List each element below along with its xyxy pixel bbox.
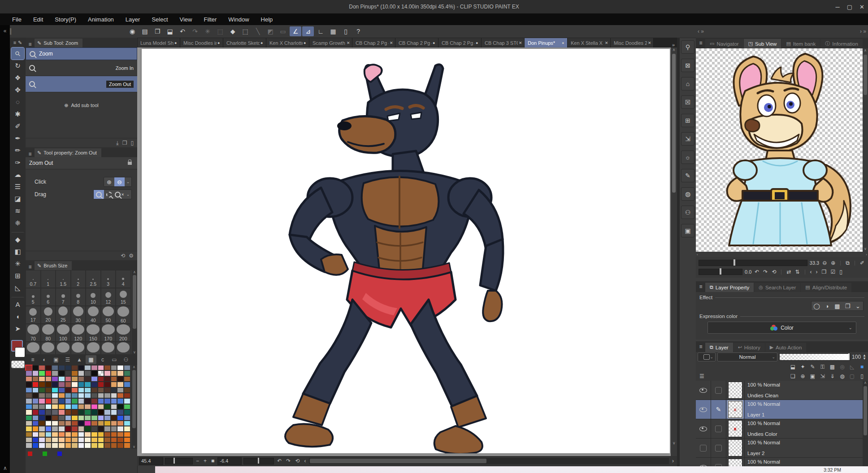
- color-swatch[interactable]: [117, 382, 124, 387]
- color-swatch[interactable]: [52, 376, 58, 382]
- color-swatch[interactable]: [65, 370, 72, 376]
- brush-size-cell[interactable]: 4: [116, 270, 131, 288]
- color-swatch[interactable]: [26, 415, 32, 421]
- color-swatch[interactable]: [104, 421, 111, 426]
- color-swatch[interactable]: [45, 426, 52, 431]
- brush-size-cell[interactable]: [26, 342, 41, 354]
- color-swatch[interactable]: [39, 404, 45, 409]
- right-panel-tab[interactable]: ▭Navigator: [705, 39, 743, 48]
- color-swatch[interactable]: [104, 443, 111, 448]
- color-swatch[interactable]: [111, 387, 117, 393]
- quick-search-icon[interactable]: ⚲: [681, 40, 694, 54]
- snap-to-grid-icon[interactable]: ∟: [315, 26, 326, 36]
- color-swatch[interactable]: [91, 393, 98, 398]
- brush-size-cell[interactable]: 70: [26, 324, 41, 342]
- layer-checkbox[interactable]: [715, 426, 722, 432]
- color-swatch[interactable]: [32, 437, 39, 443]
- reset-tool-icon[interactable]: ⟲: [121, 253, 125, 259]
- brush-size-cell[interactable]: [41, 342, 56, 354]
- layer-name[interactable]: Undies Color: [747, 431, 865, 437]
- color-swatch[interactable]: [45, 421, 52, 426]
- delete-sub-tool-icon[interactable]: ▯: [130, 140, 134, 146]
- color-swatch[interactable]: [58, 437, 65, 443]
- color-swatch[interactable]: [58, 404, 65, 409]
- sub-view-rotate-left-icon[interactable]: ↶: [754, 269, 760, 275]
- sub-view-open-icon[interactable]: ❐: [821, 269, 828, 275]
- color-swatch[interactable]: [26, 421, 32, 426]
- document-tab[interactable]: CB Chap 3 STOR✕: [482, 38, 525, 47]
- color-swatch[interactable]: [58, 370, 65, 376]
- reference-layer-icon[interactable]: ✦: [799, 364, 807, 370]
- tab-marker-icon[interactable]: ✕: [389, 41, 393, 45]
- tab-marker-icon[interactable]: ●: [475, 41, 478, 45]
- visibility-eye-icon[interactable]: [699, 426, 707, 431]
- snap-to-special-ruler-icon[interactable]: ⊿: [302, 26, 314, 36]
- color-swatch[interactable]: [91, 365, 98, 370]
- color-swatch[interactable]: [98, 398, 104, 404]
- document-tab[interactable]: Ken X Stella X D✕: [568, 38, 611, 47]
- new-layer-settings-icon[interactable]: ⊕: [799, 373, 807, 379]
- color-swatch[interactable]: [39, 398, 45, 404]
- sub-view-edit-icon[interactable]: ☑: [829, 269, 836, 275]
- brush-tool-icon[interactable]: ✑: [11, 156, 24, 168]
- color-swatch[interactable]: [104, 409, 111, 415]
- color-swatch[interactable]: [124, 415, 130, 421]
- collapse-tools-icon[interactable]: «: [0, 25, 10, 34]
- lasso-tool-icon[interactable]: ◌: [11, 96, 24, 108]
- color-swatch[interactable]: [26, 409, 32, 415]
- color-swatch[interactable]: [32, 409, 39, 415]
- brush-size-cell[interactable]: 17: [26, 306, 41, 324]
- color-swatch[interactable]: [58, 393, 65, 398]
- color-swatch[interactable]: [124, 365, 130, 370]
- processing-icon[interactable]: ✳: [202, 26, 213, 36]
- color-swatch[interactable]: [117, 415, 124, 421]
- menu-item[interactable]: Story(P): [49, 16, 82, 23]
- color-swatch[interactable]: [84, 432, 91, 437]
- color-swatch[interactable]: [84, 437, 91, 443]
- color-swatch[interactable]: [65, 421, 72, 426]
- sub-view-eyedropper-icon[interactable]: ✐: [859, 260, 865, 266]
- document-tab[interactable]: CB Chap 2 Pg 49●: [438, 38, 482, 47]
- color-swatch[interactable]: [78, 426, 85, 431]
- color-swatch[interactable]: [124, 404, 130, 409]
- menu-item[interactable]: Filter: [198, 16, 222, 23]
- pen-tool-icon[interactable]: ✒: [11, 132, 24, 144]
- new-raster-layer-icon[interactable]: ❏: [789, 373, 797, 379]
- transform-icon[interactable]: ⬚: [239, 26, 251, 36]
- sub-view-flip-horizontal-icon[interactable]: ⇄: [786, 269, 792, 275]
- color-swatch[interactable]: [52, 393, 58, 398]
- color-swatch[interactable]: [71, 437, 78, 443]
- color-swatch[interactable]: [104, 398, 111, 404]
- layer-name[interactable]: Undies Clean: [747, 393, 865, 398]
- color-swatch[interactable]: [111, 426, 117, 431]
- color-swatch[interactable]: [26, 370, 32, 376]
- color-swatch[interactable]: [78, 404, 85, 409]
- pattern-tool-icon[interactable]: ✳: [11, 258, 24, 270]
- color-swatch[interactable]: [91, 370, 98, 376]
- brush-size-cell[interactable]: [116, 342, 131, 354]
- lock-transparent-icon[interactable]: ▩: [828, 364, 837, 370]
- color-swatch[interactable]: [91, 426, 98, 431]
- color-swatch[interactable]: [26, 398, 32, 404]
- color-swatch[interactable]: [71, 370, 78, 376]
- brush-size-cell[interactable]: [86, 342, 101, 354]
- layer-row[interactable]: ✎ 100 % Normal Layer 1: [696, 400, 868, 419]
- brush-size-scrollbar[interactable]: ∧∨: [132, 270, 137, 354]
- tab-marker-icon[interactable]: ✕: [647, 41, 651, 45]
- color-swatch[interactable]: [104, 370, 111, 376]
- document-tab[interactable]: Don Pinups*●: [525, 38, 568, 47]
- sub-view-vertical-scrollbar[interactable]: ∧∨: [863, 48, 868, 257]
- color-swatch[interactable]: [91, 376, 98, 382]
- color-swatch[interactable]: [98, 404, 104, 409]
- color-swatch[interactable]: [111, 421, 117, 426]
- layer-checkbox[interactable]: [715, 387, 722, 394]
- line-tool-icon[interactable]: ╲: [252, 26, 264, 36]
- color-set-scrollbar[interactable]: ∧∨: [131, 365, 137, 449]
- color-swatch[interactable]: [52, 443, 58, 448]
- color-swatch[interactable]: [39, 426, 45, 431]
- tab-marker-icon[interactable]: ✕: [604, 41, 608, 45]
- drag-area-zoom-button[interactable]: [104, 190, 114, 199]
- layer-row[interactable]: ✎ 100 % Normal Undies Clean: [696, 381, 868, 400]
- home-folder-icon[interactable]: ⌂: [681, 77, 694, 90]
- color-swatch[interactable]: [91, 398, 98, 404]
